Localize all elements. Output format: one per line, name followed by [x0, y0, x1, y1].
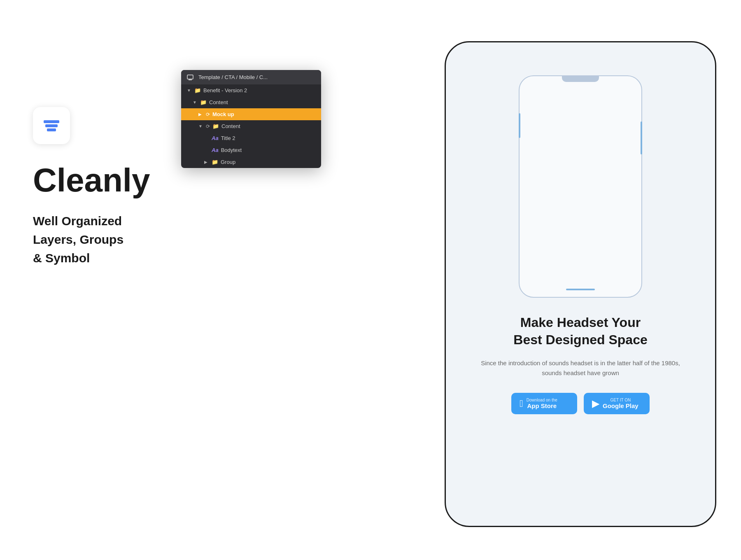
play-icon: ▶ [592, 399, 599, 408]
layer-item[interactable]: 📁 Content [181, 96, 321, 108]
layer-label: Mock up [212, 111, 234, 117]
app-store-button[interactable]:  Download on the App Store [511, 393, 577, 414]
phone-home-indicator [566, 289, 595, 290]
google-play-button[interactable]: ▶ GET IT ON Google Play [584, 393, 650, 414]
layer-item[interactable]: 📁 Group [181, 156, 321, 168]
logo-layer-mid [45, 124, 58, 127]
folder-icon: 📁 [212, 123, 219, 129]
monitor-icon [187, 75, 194, 80]
layer-item[interactable]: Aa Title 2 [181, 132, 321, 144]
symbol-icon: ⟳ [206, 112, 210, 117]
folder-icon: 📁 [194, 87, 201, 93]
app-store-text: Download on the App Store [527, 398, 557, 409]
layer-item[interactable]: ⟳ 📁 Content [181, 120, 321, 132]
app-subtitle: Well Organized Layers, Groups & Symbol [33, 212, 150, 267]
layer-item[interactable]: 📁 Benefit - Version 2 [181, 84, 321, 96]
logo-layer-top [44, 120, 59, 123]
google-play-text: GET IT ON Google Play [603, 398, 638, 409]
subtitle-line-3: & Symbol [33, 249, 150, 267]
phone-inner-content: Make Headset Your Best Designed Space Si… [446, 42, 715, 526]
layer-label: Benefit - Version 2 [203, 87, 247, 93]
subtitle-line-1: Well Organized [33, 212, 150, 230]
phone-button-right [641, 121, 642, 154]
logo-container [33, 107, 70, 144]
folder-icon: 📁 [200, 99, 207, 105]
layers-logo-icon [44, 120, 59, 131]
phone-button-left [519, 113, 520, 138]
symbol-icon: ⟳ [206, 124, 210, 129]
phone-heading: Make Headset Your Best Designed Space [479, 314, 682, 348]
layers-panel: Template / CTA / Mobile / C... 📁 Benefit… [181, 70, 321, 168]
layer-arrow-icon [198, 112, 203, 117]
layer-item-mockup[interactable]: ⟳ Mock up [181, 108, 321, 120]
layer-label: Group [221, 159, 235, 165]
layer-item[interactable]: Aa Bodytext [181, 144, 321, 156]
phone-notch [562, 76, 599, 82]
layer-arrow-icon [204, 160, 209, 164]
store-buttons-container:  Download on the App Store ▶ GET IT ON … [479, 393, 682, 414]
layer-arrow-icon [187, 88, 192, 93]
layer-arrow-icon [198, 124, 203, 128]
phone-body-text: Since the introduction of sounds headset… [479, 358, 682, 378]
layers-panel-header: Template / CTA / Mobile / C... [181, 70, 321, 84]
subtitle-line-2: Layers, Groups [33, 230, 150, 249]
layer-label: Content [209, 99, 228, 105]
text-icon: Aa [212, 135, 219, 141]
logo-layer-bottom [47, 128, 56, 131]
layer-label: Bodytext [221, 147, 242, 153]
left-section: Cleanly Well Organized Layers, Groups & … [33, 107, 150, 267]
phone-outer-frame: Make Headset Your Best Designed Space Si… [445, 41, 716, 527]
text-icon: Aa [212, 147, 219, 153]
layer-label: Title 2 [221, 135, 235, 141]
layer-label: Content [221, 123, 240, 129]
apple-icon:  [520, 399, 523, 408]
layer-arrow-icon [193, 100, 198, 105]
phone-wireframe [519, 75, 642, 298]
layers-header-text: Template / CTA / Mobile / C... [198, 74, 268, 80]
folder-icon: 📁 [212, 159, 218, 165]
right-section: Make Headset Your Best Designed Space Si… [395, 25, 716, 535]
svg-rect-0 [187, 75, 193, 79]
app-title: Cleanly [33, 164, 150, 197]
phone-text-content: Make Headset Your Best Designed Space Si… [466, 314, 694, 414]
